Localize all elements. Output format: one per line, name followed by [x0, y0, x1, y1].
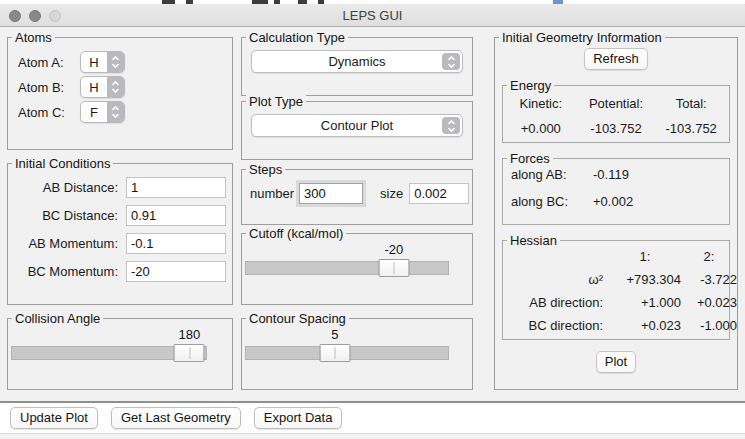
ab-momentum-input[interactable]: [126, 233, 226, 254]
hessian-col1-header: 1:: [609, 249, 681, 264]
chevron-up-down-icon: [442, 117, 460, 134]
force-bc-label: along BC:: [511, 194, 593, 209]
chevron-up-down-icon: [107, 77, 124, 97]
ab-distance-input[interactable]: [126, 177, 226, 198]
force-ab-row: along AB: -0.119: [511, 167, 729, 182]
steps-number-label: number: [250, 186, 294, 201]
hessian-corner: [505, 249, 609, 264]
steps-size-label: size: [380, 186, 403, 201]
slider-handle[interactable]: [378, 259, 409, 277]
steps-number-input[interactable]: [299, 183, 363, 204]
desktop-background-strip: [0, 433, 745, 439]
slider-handle[interactable]: [174, 344, 205, 362]
window-title: LEPS GUI: [0, 8, 745, 23]
calculation-type-value: Dynamics: [328, 54, 385, 69]
cutoff-slider[interactable]: -20: [245, 242, 449, 277]
bc-distance-input[interactable]: [126, 205, 226, 226]
ab-direction-value-1: +1.000: [609, 295, 681, 310]
ab-direction-value-2: +0.023: [681, 295, 737, 310]
steps-row: number size: [250, 183, 466, 204]
steps-size-input[interactable]: [409, 183, 469, 204]
initial-conditions-group: Initial Conditions AB Distance: BC Dista…: [7, 163, 233, 305]
calculation-type-dropdown[interactable]: Dynamics: [251, 50, 463, 73]
bc-direction-value-1: +0.023: [609, 318, 681, 333]
ab-momentum-row: AB Momentum:: [8, 233, 232, 254]
hessian-group: Hessian 1: 2: ω² +793.304 -3.722 AB dire…: [502, 240, 730, 340]
window-body: Atoms Atom A: H Atom B: H: [0, 27, 745, 401]
slider-value-row: 5: [245, 327, 449, 344]
chevron-up-down-icon: [107, 52, 124, 72]
update-plot-button[interactable]: Update Plot: [10, 407, 98, 429]
slider-value-row: -20: [245, 242, 449, 259]
refresh-button[interactable]: Refresh: [584, 48, 648, 70]
potential-header: Potential:: [575, 96, 658, 111]
bc-momentum-row: BC Momentum:: [8, 261, 232, 282]
bc-direction-value-2: -1.000: [681, 318, 737, 333]
atoms-group: Atoms Atom A: H Atom B: H: [7, 37, 233, 150]
total-header: Total:: [657, 96, 725, 111]
geometry-info-group: Initial Geometry Information Refresh Ene…: [494, 37, 738, 390]
steps-group-label: Steps: [246, 162, 285, 177]
atom-c-combobox[interactable]: F: [80, 101, 125, 123]
plot-type-value: Contour Plot: [321, 118, 393, 133]
plot-type-dropdown[interactable]: Contour Plot: [251, 114, 463, 137]
contour-spacing-value: 5: [331, 327, 338, 342]
bc-distance-row: BC Distance:: [8, 205, 232, 226]
cutoff-group-label: Cutoff (kcal/mol): [246, 226, 346, 241]
energy-group-label: Energy: [507, 78, 554, 93]
contour-spacing-group: Contour Spacing 5: [241, 318, 473, 390]
atom-b-label: Atom B:: [18, 80, 80, 95]
energy-group: Energy Kinetic: Potential: Total: +0.000…: [502, 85, 730, 143]
titlebar[interactable]: LEPS GUI: [0, 4, 745, 27]
atom-a-combobox[interactable]: H: [80, 51, 125, 73]
force-bc-row: along BC: +0.002: [511, 194, 729, 209]
hessian-group-label: Hessian: [507, 233, 560, 248]
total-value: -103.752: [657, 121, 725, 136]
collision-angle-value: 180: [179, 327, 201, 342]
get-last-geometry-button[interactable]: Get Last Geometry: [111, 407, 241, 429]
force-bc-value: +0.002: [593, 194, 633, 209]
kinetic-value: +0.000: [507, 121, 575, 136]
omega-squared-value-2: -3.722: [681, 272, 737, 287]
bc-momentum-input[interactable]: [126, 261, 226, 282]
calculation-type-group-label: Calculation Type: [246, 30, 348, 45]
omega-squared-label: ω²: [505, 272, 609, 287]
contour-spacing-group-label: Contour Spacing: [246, 311, 349, 326]
calculation-type-group: Calculation Type Dynamics: [241, 37, 473, 96]
atoms-group-label: Atoms: [12, 30, 55, 45]
slider-trough[interactable]: [245, 261, 449, 275]
ab-distance-label: AB Distance:: [8, 180, 126, 195]
geometry-info-group-label: Initial Geometry Information: [499, 30, 665, 45]
forces-group: Forces along AB: -0.119 along BC: +0.002: [502, 158, 730, 225]
atom-b-row: Atom B: H: [18, 76, 232, 98]
hessian-col2-header: 2:: [681, 249, 737, 264]
atom-b-value: H: [81, 77, 107, 97]
slider-handle[interactable]: [319, 344, 350, 362]
plot-type-group: Plot Type Contour Plot: [241, 101, 473, 160]
collision-angle-group-label: Collision Angle: [12, 311, 103, 326]
cutoff-group: Cutoff (kcal/mol) -20: [241, 233, 473, 305]
force-ab-label: along AB:: [511, 167, 593, 182]
forces-group-label: Forces: [507, 151, 553, 166]
export-data-button[interactable]: Export Data: [254, 407, 343, 429]
bc-direction-label: BC direction:: [505, 318, 609, 333]
leps-gui-window: LEPS GUI Atoms Atom A: H Atom B:: [0, 0, 745, 439]
ab-distance-row: AB Distance:: [8, 177, 232, 198]
atom-b-combobox[interactable]: H: [80, 76, 125, 98]
atom-c-label: Atom C:: [18, 105, 80, 120]
contour-spacing-slider[interactable]: 5: [245, 327, 449, 362]
chevron-up-down-icon: [442, 53, 460, 70]
plot-button[interactable]: Plot: [596, 351, 636, 373]
collision-angle-slider[interactable]: 180: [11, 327, 207, 362]
cutoff-value: -20: [385, 242, 404, 257]
collision-angle-group: Collision Angle 180: [7, 318, 233, 390]
atom-a-row: Atom A: H: [18, 51, 232, 73]
atom-c-row: Atom C: F: [18, 101, 232, 123]
atom-a-value: H: [81, 52, 107, 72]
kinetic-header: Kinetic:: [507, 96, 575, 111]
plot-type-group-label: Plot Type: [246, 94, 306, 109]
slider-value-row: 180: [11, 327, 207, 344]
steps-group: Steps number size: [241, 169, 473, 225]
initial-conditions-group-label: Initial Conditions: [12, 156, 113, 171]
potential-value: -103.752: [575, 121, 658, 136]
